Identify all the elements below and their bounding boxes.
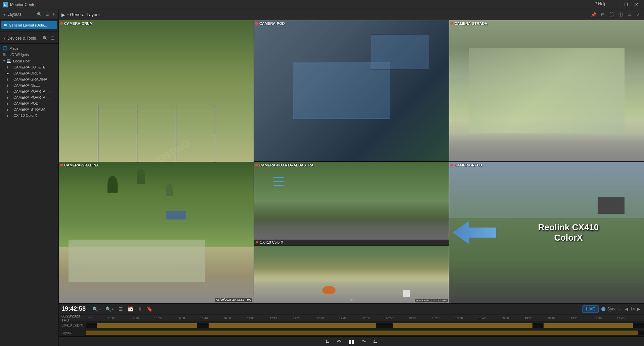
timeline-date-row: 06/29/2023 THU 15:50 16:00 16:10 16:20 1… (59, 314, 644, 322)
filter-icon[interactable]: ☰ (117, 306, 124, 312)
track-bar-cx410[interactable] (86, 323, 644, 328)
track-segment-4 (544, 323, 633, 328)
download-icon[interactable]: ⇓ (137, 306, 143, 312)
local-host-label: Local Host (13, 59, 56, 63)
cx410-timestamp: 06/29/2023 20:41:22-THU (415, 299, 448, 302)
search-icon[interactable]: 🔍 (36, 11, 43, 17)
speed-decrease-icon[interactable]: ◀ (624, 306, 629, 312)
step-forward-button[interactable]: ↷ (360, 338, 368, 345)
camera-cell-nelu[interactable]: CAMERA-NELU (449, 162, 644, 303)
maps-label: Maps (9, 46, 56, 50)
camera-dot-pod (255, 22, 258, 25)
view-header-title: General Layout (70, 12, 590, 17)
tree-item-cam-cx410[interactable]: ▮ CX410 ColorX (0, 112, 58, 118)
tick-1700: 17:00 (247, 316, 255, 320)
cam-pod-label: CAMERA-POD (13, 101, 56, 105)
list-icon[interactable]: ☰ (44, 11, 50, 17)
tree-item-io-widgets[interactable]: ⊞ I/O Widgets (0, 51, 58, 58)
camera-grid: CAMERA-DRUM MARIO HOSTING 06/29/2023 20:… (59, 20, 644, 303)
reolink-text: Reolink CX410 ColorX (496, 222, 641, 243)
track-bar-layout[interactable] (86, 331, 644, 335)
cam-poarta1-icon: ▮ (7, 90, 12, 93)
camera-label-strada: CAMERA-STRADA (450, 21, 487, 26)
step-back-button[interactable]: ↶ (335, 338, 343, 345)
add-layout-icon[interactable]: + (51, 11, 56, 17)
layouts-section-header: ▼ Layouts 🔍 ☰ + (0, 9, 58, 20)
sync-label: Sync (607, 307, 616, 311)
main-content: ▶ • General Layout 📌 ⊟ ⛶ ⓘ ▭ ⤢ CAMERA-DR… (59, 9, 644, 346)
close-button[interactable]: ✕ (632, 1, 641, 8)
tree-item-cam-cotete[interactable]: ▮ CAMERA-COTETE (0, 64, 58, 70)
cam-poarta2-label: CAMERA-POARTA-... (13, 95, 56, 99)
view-header-dot: • (67, 12, 69, 17)
tick-1630: 16:30 (177, 316, 185, 320)
track-segment-2 (209, 323, 376, 328)
fullscreen-icon[interactable]: ⛶ (608, 11, 615, 18)
bookmark-icon[interactable]: 🔖 (145, 306, 154, 312)
camera-cell-poarta-albastra[interactable]: CAMERA-POARTA-ALBASTRA (254, 162, 449, 240)
tick-1940: 19:40 (617, 316, 625, 320)
devices-toolbar: 🔍 ☰ (42, 35, 56, 41)
tree-item-cam-nelu[interactable]: ▮ CAMERA-NELU (0, 82, 58, 88)
devices-label: Devices & Tools (7, 36, 42, 41)
tree-item-cam-poarta2[interactable]: ▮ CAMERA-POARTA-... (0, 94, 58, 100)
devices-search-icon[interactable]: 🔍 (42, 35, 49, 41)
svg-marker-0 (453, 221, 496, 244)
tree-item-cam-gradina[interactable]: ▮ CAMERA-GRADINA (0, 76, 58, 82)
devices-chevron-icon: ▼ (3, 37, 6, 40)
restore-button[interactable]: ❒ (621, 1, 631, 8)
devices-list-icon[interactable]: ☰ (50, 35, 56, 41)
tick-1850: 18:50 (501, 316, 509, 320)
zoom-in-icon[interactable]: 🔍+ (104, 306, 115, 312)
layout-switch-icon[interactable]: ⊟ (600, 11, 606, 18)
info-icon[interactable]: ⓘ (617, 11, 624, 18)
tree-item-cam-strada[interactable]: ▮ CAMERA-STRADA (0, 106, 58, 112)
view-header-grid-icon: ▶ (61, 12, 65, 17)
skip-forward-button[interactable]: ⇆ (371, 338, 379, 345)
track-segment-layout (86, 331, 638, 335)
cam-drum-label: CAMERA-DRUM (13, 71, 56, 75)
tick-1750: 17:50 (362, 316, 370, 320)
play-button[interactable]: ▮▮ (346, 338, 356, 345)
live-button[interactable]: LIVE (582, 305, 599, 313)
zoom-out-icon[interactable]: 🔍− (91, 306, 102, 312)
tree-item-cam-pod[interactable]: ▮ CAMERA-POD (0, 100, 58, 106)
camera-cell-gradina[interactable]: CAMERA-GRADINA 06/29/2023 20:42:52-THU (59, 162, 254, 303)
layout-grid-icon: ⊞ (4, 23, 7, 27)
camera-cell-strada[interactable]: CAMERA-STRADA (449, 20, 644, 161)
cam-cotete-icon: ▮ (7, 66, 12, 69)
scroll-down-icon[interactable]: ▼ (349, 297, 354, 303)
speed-increase-icon[interactable]: ▶ (636, 306, 641, 312)
tree-item-cam-drum[interactable]: ▶ CAMERA-DRUM (0, 70, 58, 76)
maps-icon: 🌐 (3, 46, 8, 50)
camera-name-nelu: CAMERA-NELU (455, 163, 482, 167)
window-controls: ? Help – ❒ ✕ (595, 1, 641, 8)
camera-cell-cx410-small[interactable]: CX410 ColorX 06/29/2023 20:41:22-THU (254, 240, 449, 303)
pin-icon[interactable]: 📌 (590, 11, 598, 18)
tree-item-cam-poarta1[interactable]: ▮ CAMERA-POARTA-... (0, 88, 58, 94)
cx410-header-label: CX410 ColorX (260, 240, 283, 244)
timeline-area: 19:42:58 🔍− 🔍+ ☰ 📅 ⇓ 🔖 LIVE Sync ─ (59, 303, 644, 346)
tick-1720: 17:20 (293, 316, 301, 320)
playback-controls: ⇇ ↶ ▮▮ ↷ ⇆ (59, 337, 644, 346)
camera-name-poarta-albastra: CAMERA-POARTA-ALBASTRA (259, 163, 314, 167)
track-label-layout: Layout (59, 331, 86, 335)
tree-item-maps[interactable]: 🌐 Maps (0, 45, 58, 51)
timeline-tools: 🔍− 🔍+ ☰ 📅 ⇓ 🔖 (91, 306, 154, 312)
minus-icon[interactable]: ─ (618, 307, 621, 311)
camera-dot-gradina (60, 164, 63, 166)
tree-item-local-host[interactable]: ▼ 💻 Local Host (0, 58, 58, 64)
timeline-ruler[interactable]: 15:50 16:00 16:10 16:20 16:30 16:40 16:5… (88, 314, 644, 322)
skip-back-button[interactable]: ⇇ (324, 338, 332, 345)
active-layout-item[interactable]: ⊞ General Layout (Defa... (1, 21, 57, 29)
expand-icon[interactable]: ⤢ (635, 11, 641, 18)
tick-1710: 17:10 (270, 316, 277, 320)
minimize-button[interactable]: – (610, 1, 620, 8)
cam-cx410-label: CX410 ColorX (13, 113, 56, 117)
calendar-icon[interactable]: 📅 (126, 306, 135, 312)
cam-cotete-label: CAMERA-COTETE (13, 65, 56, 69)
window-icon[interactable]: ▭ (626, 11, 633, 18)
camera-cell-pod[interactable]: CAMERA-POD (254, 20, 449, 161)
timeline-tracks: CX410 ColorX Layout (59, 322, 644, 337)
help-link[interactable]: ? Help (595, 1, 606, 8)
